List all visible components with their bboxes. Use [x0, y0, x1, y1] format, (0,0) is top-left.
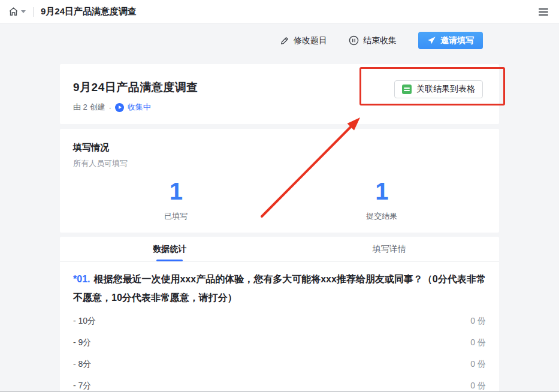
survey-header-card: 9月24日产品满意度调查 由 2 创建 · 收集中 关联结果到表格 — [60, 64, 499, 124]
stop-collect-button[interactable]: 结束收集 — [349, 35, 397, 46]
tab-data-statistics-label: 数据统计 — [153, 244, 186, 255]
invite-fill-label: 邀请填写 — [440, 35, 474, 46]
question-number: *01. — [73, 274, 90, 284]
active-tab-underline — [156, 260, 183, 261]
fill-status-subtitle: 所有人员可填写 — [73, 158, 485, 169]
creator-text: 由 2 创建 — [73, 102, 105, 113]
option-label: - 10分 — [73, 316, 96, 327]
link-results-to-sheet-button[interactable]: 关联结果到表格 — [394, 80, 483, 98]
stats-row: 1 已填写 1 提交结果 — [73, 177, 485, 222]
link-results-label: 关联结果到表格 — [416, 84, 475, 95]
stat-filled: 1 已填写 — [73, 177, 279, 222]
question-text: *01.根据您最近一次使用xxx产品的体验，您有多大可能将xxx推荐给朋友或同事… — [73, 270, 486, 307]
hamburger-menu-icon[interactable] — [536, 6, 551, 18]
stat-submitted-label: 提交结果 — [279, 211, 485, 222]
action-toolbar: 修改题目 结束收集 邀请填写 — [0, 24, 559, 57]
option-label: - 7分 — [73, 381, 91, 391]
tab-fill-details-label: 填写详情 — [373, 244, 406, 255]
stop-collect-label: 结束收集 — [363, 35, 397, 46]
option-row-7: - 7分 0 份 — [73, 375, 486, 392]
collecting-status-link[interactable]: 收集中 — [128, 102, 151, 113]
paper-plane-icon — [427, 36, 436, 45]
survey-meta: 由 2 创建 · 收集中 — [73, 102, 485, 113]
stat-submitted-value: 1 — [279, 177, 485, 205]
option-label: - 9分 — [73, 337, 91, 348]
top-bar: 9月24日产品满意度调查 — [0, 0, 559, 24]
option-label: - 8分 — [73, 359, 91, 370]
question-block: *01.根据您最近一次使用xxx产品的体验，您有多大可能将xxx推荐给朋友或同事… — [60, 262, 499, 392]
pencil-icon — [280, 36, 289, 46]
tab-bar: 数据统计 填写详情 — [60, 237, 499, 262]
question-body: 根据您最近一次使用xxx产品的体验，您有多大可能将xxx推荐给朋友或同事？（0分… — [73, 274, 486, 303]
option-row-9: - 9分 0 份 — [73, 332, 486, 354]
option-row-10: - 10分 0 份 — [73, 310, 486, 332]
edit-questions-label: 修改题目 — [294, 35, 327, 46]
tab-data-statistics[interactable]: 数据统计 — [60, 237, 280, 261]
option-count: 0 份 — [470, 359, 486, 370]
stat-submitted: 1 提交结果 — [279, 177, 485, 222]
options-list: - 10分 0 份 - 9分 0 份 - 8分 0 份 - 7分 0 份 — [73, 310, 486, 392]
pause-circle-icon — [349, 35, 359, 46]
home-icon — [8, 7, 19, 17]
stat-filled-value: 1 — [73, 177, 279, 205]
divider — [33, 7, 34, 17]
main-content: 9月24日产品满意度调查 由 2 创建 · 收集中 关联结果到表格 填写情况 所… — [60, 64, 499, 392]
fill-status-card: 填写情况 所有人员可填写 1 已填写 1 提交结果 — [60, 129, 499, 233]
results-card: 数据统计 填写详情 *01.根据您最近一次使用xxx产品的体验，您有多大可能将x… — [60, 237, 499, 392]
tab-fill-details[interactable]: 填写详情 — [280, 237, 500, 261]
chevron-down-icon — [21, 10, 26, 13]
window-title: 9月24日产品满意度调查 — [41, 6, 137, 17]
option-row-8: - 8分 0 份 — [73, 354, 486, 375]
spreadsheet-icon — [402, 85, 412, 94]
play-circle-icon — [115, 103, 124, 112]
option-count: 0 份 — [470, 381, 486, 391]
stat-filled-label: 已填写 — [73, 211, 279, 222]
edit-questions-button[interactable]: 修改题目 — [280, 35, 327, 46]
option-count: 0 份 — [470, 316, 486, 327]
home-menu[interactable] — [8, 7, 26, 17]
fill-status-title: 填写情况 — [73, 142, 485, 153]
meta-dot: · — [108, 103, 111, 112]
invite-fill-button[interactable]: 邀请填写 — [418, 32, 483, 49]
option-count: 0 份 — [470, 337, 486, 348]
